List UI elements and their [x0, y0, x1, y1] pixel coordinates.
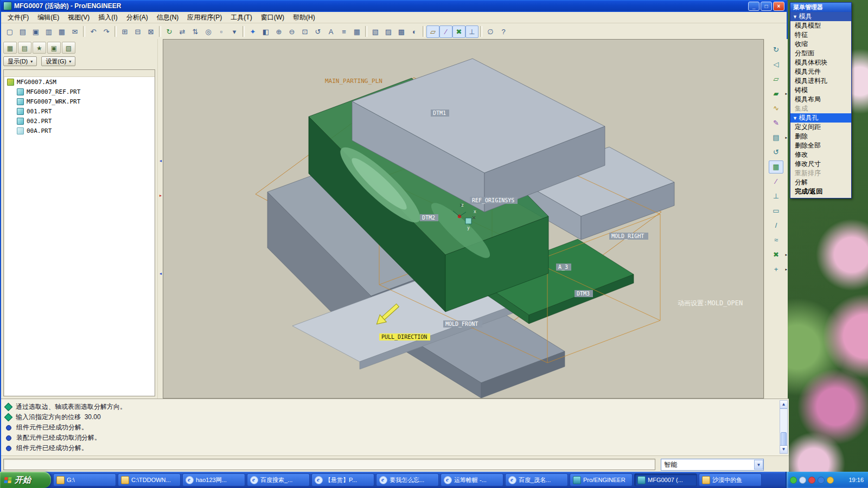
datum-tag-dtm2[interactable]: DTM2: [420, 214, 438, 221]
menu-section-header-mold[interactable]: 模具: [790, 12, 851, 21]
offset-point-button[interactable]: +: [769, 263, 783, 276]
graphics-viewport[interactable]: z x y MAIN_PARTING_PLN DTM1 DTM2 DTM3 RE…: [163, 39, 764, 399]
menu-item[interactable]: 编辑(E): [33, 12, 63, 23]
menu-manager-item[interactable]: 模具进料孔: [790, 76, 851, 86]
tray-icon-green[interactable]: [790, 477, 797, 484]
datum-axis-toggle[interactable]: ∕: [439, 25, 452, 38]
datum-tag-mold-right[interactable]: MOLD_RIGHT: [609, 233, 648, 240]
taskbar-task-button[interactable]: G:\: [53, 473, 116, 486]
zoom-out-button[interactable]: ⊖: [285, 25, 298, 38]
show-dropdown-button[interactable]: 显示(D) ▾: [3, 56, 37, 66]
taskbar-task-button[interactable]: C:\TDDOWN...: [118, 473, 181, 486]
switch-window-button[interactable]: ⇅: [189, 25, 202, 38]
repaint-button[interactable]: ✦: [246, 25, 259, 38]
datum-axis-button[interactable]: ∕: [769, 175, 783, 188]
3d-scene[interactable]: z x y MAIN_PARTING_PLN DTM1 DTM2 DTM3 RE…: [163, 40, 763, 398]
menu-manager-item[interactable]: 分型面: [790, 49, 851, 58]
selection-filter-combo[interactable]: 智能 ▼: [661, 459, 764, 471]
paste-button[interactable]: ⊟: [131, 25, 144, 38]
offset-plane-button[interactable]: ▰: [769, 87, 783, 100]
taskbar-task-button[interactable]: MFG0007 (...: [634, 473, 697, 486]
menu-manager-item[interactable]: 模具模型: [790, 21, 851, 30]
pull-direction-tag[interactable]: PULL_DIRECTION: [379, 333, 430, 341]
enhanced-realism-button[interactable]: ◐: [408, 25, 421, 38]
menu-item[interactable]: 帮助(H): [289, 12, 320, 23]
tray-icon-volume[interactable]: [799, 477, 806, 484]
taskbar-task-button[interactable]: 【悬赏】P...: [311, 473, 374, 486]
sketch-tool-button[interactable]: ✎: [769, 117, 783, 130]
scroll-down-icon[interactable]: ▼: [780, 445, 787, 453]
start-button[interactable]: 开始: [0, 472, 51, 488]
undo-button[interactable]: ↶: [87, 25, 100, 38]
menu-item[interactable]: 插入(I): [94, 12, 122, 23]
plot-button[interactable]: ▦: [55, 25, 68, 38]
menu-manager-titlebar[interactable]: 菜单管理器: [790, 3, 851, 12]
tree-item[interactable]: MFG0007.ASM: [4, 77, 155, 87]
menu-manager-item[interactable]: 收缩: [790, 40, 851, 49]
minimize-button[interactable]: _: [748, 2, 760, 11]
tree-panel-toggle-button[interactable]: ▦: [3, 42, 17, 54]
datum-plane-button[interactable]: ▱: [769, 73, 783, 86]
menu-manager-item[interactable]: 删除: [790, 132, 851, 141]
datum-point-button[interactable]: ✖: [769, 248, 783, 261]
tray-icon-yellow[interactable]: [827, 477, 834, 484]
taskbar-task-button[interactable]: 要我怎么忘...: [376, 473, 439, 486]
menu-manager-item[interactable]: 完成/返回: [790, 187, 851, 196]
analysis-button[interactable]: ↺: [769, 146, 783, 159]
menu-manager-item[interactable]: 删除全部: [790, 141, 851, 150]
menu-item[interactable]: 分析(A): [122, 12, 152, 23]
hidden-line-display-button[interactable]: ▨: [382, 25, 395, 38]
menu-section-header-mold-open[interactable]: 模具孔: [790, 113, 851, 123]
settings-dropdown-button[interactable]: 设置(G) ▾: [41, 56, 75, 66]
scroll-up-icon[interactable]: ▲: [780, 401, 787, 409]
regenerate-button[interactable]: ↻: [163, 25, 176, 38]
favorites-button[interactable]: ★: [33, 42, 46, 54]
send-mail-button[interactable]: ✉: [68, 25, 81, 38]
axis-tag-a3[interactable]: A_3: [556, 264, 571, 271]
named-views-button[interactable]: ↻: [769, 43, 783, 56]
rectangle-tool-button[interactable]: ▭: [769, 204, 783, 217]
open-file-button[interactable]: ▤: [16, 25, 29, 38]
menu-manager-item[interactable]: 修改尺寸: [790, 159, 851, 169]
spin-center-toggle[interactable]: ∅: [484, 25, 497, 38]
taskbar-task-button[interactable]: 沙漠中的鱼: [699, 473, 762, 486]
layers-button[interactable]: ≡: [337, 25, 350, 38]
plane-stack-button[interactable]: ▤: [769, 131, 783, 144]
paste-special-button[interactable]: ⊠: [144, 25, 157, 38]
insert-datum-button[interactable]: ▦: [769, 160, 783, 174]
csys-toggle[interactable]: ⊥: [465, 25, 478, 38]
copy-button[interactable]: ⊞: [118, 25, 131, 38]
zoom-in-button[interactable]: ⊕: [272, 25, 285, 38]
tree-item[interactable]: MFG0007_REF.PRT: [4, 87, 155, 97]
select-options-button[interactable]: ▾: [228, 25, 241, 38]
model-tree-toggle-button[interactable]: ⇄: [176, 25, 189, 38]
spline-tool-button[interactable]: ≈: [769, 234, 783, 247]
menu-item[interactable]: 应用程序(P): [183, 12, 226, 23]
view-orient-button[interactable]: ◁: [769, 58, 783, 71]
tray-icon-blue[interactable]: [818, 477, 825, 484]
new-file-button[interactable]: ▢: [3, 25, 16, 38]
restore-button[interactable]: □: [761, 2, 772, 11]
taskbar-task-button[interactable]: hao123网...: [182, 473, 245, 486]
menu-manager-item[interactable]: 特征: [790, 30, 851, 40]
taskbar-task-button[interactable]: 百度搜索_...: [247, 473, 310, 486]
datum-tag-dtm1[interactable]: DTM1: [431, 110, 449, 117]
menu-manager-item[interactable]: 分解: [790, 178, 851, 187]
annotations-button[interactable]: A: [324, 25, 337, 38]
tree-item[interactable]: MFG0007_WRK.PRT: [4, 97, 155, 106]
menu-manager-item[interactable]: 铸模: [790, 86, 851, 95]
select-box-button[interactable]: ▫: [215, 25, 228, 38]
menu-item[interactable]: 信息(N): [152, 12, 183, 23]
context-help-button[interactable]: ?: [497, 25, 510, 38]
connections-button[interactable]: ▧: [62, 42, 75, 54]
menu-manager-item[interactable]: 模具布局: [790, 95, 851, 104]
taskbar-task-button[interactable]: Pro/ENGINEER: [570, 473, 633, 486]
shading-display-button[interactable]: ▩: [395, 25, 408, 38]
tree-item[interactable]: 00A.PRT: [4, 126, 155, 136]
parting-plane-label[interactable]: MAIN_PARTING_PLN: [325, 78, 382, 85]
tree-item[interactable]: 002.PRT: [4, 116, 155, 126]
menu-item[interactable]: 窗口(W): [257, 12, 289, 23]
taskbar-task-button[interactable]: 百度_茂名...: [505, 473, 568, 486]
wireframe-display-button[interactable]: ▧: [369, 25, 382, 38]
datum-plane-toggle[interactable]: ▱: [426, 25, 439, 38]
